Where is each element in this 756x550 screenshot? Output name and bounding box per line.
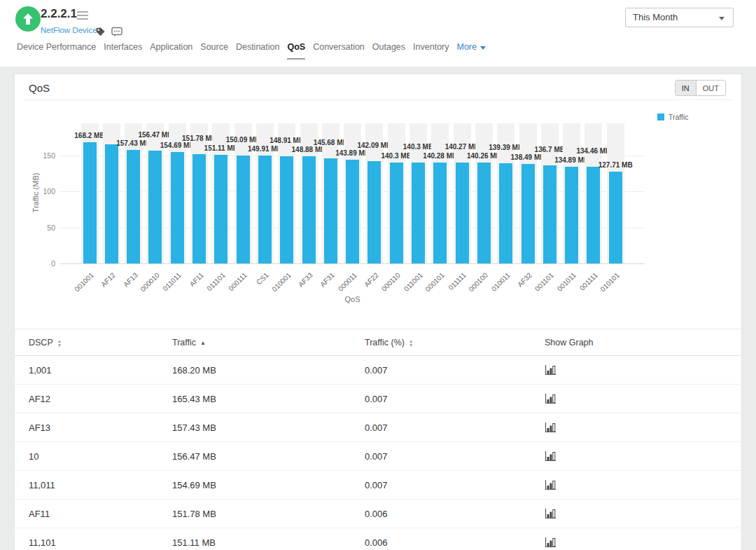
bar-AF33[interactable] — [302, 156, 316, 263]
cell-traffic: 157.43 MB — [172, 413, 216, 442]
table-row: 1,001168.20 MB0.007 — [15, 356, 743, 385]
tab-conversation[interactable]: Conversation — [313, 42, 365, 58]
table-row: AF12165.43 MB0.007 — [15, 385, 743, 413]
show-graph-icon[interactable] — [545, 451, 556, 462]
table-header-row: DSCP▲▼Traffic▲Traffic (%)▲▼Show Graph — [15, 329, 743, 356]
bar-AF11[interactable] — [192, 154, 206, 263]
qos-panel: QoS IN OUT Traffic Traffic (MB) QoS 0501… — [14, 74, 742, 550]
tab-interfaces[interactable]: Interfaces — [104, 42, 142, 58]
show-graph-icon[interactable] — [545, 537, 556, 548]
table-body: 1,001168.20 MB0.007 AF12165.43 MB0.007 A… — [15, 356, 743, 550]
tab-outages[interactable]: Outages — [372, 42, 405, 58]
cell-traffic-pct: 0.007 — [365, 385, 388, 413]
legend-label: Traffic — [668, 113, 689, 121]
bar-011111[interactable] — [456, 163, 469, 263]
bar-011101[interactable] — [214, 155, 227, 263]
table-row: AF13157.43 MB0.007 — [15, 413, 743, 442]
show-graph-icon[interactable] — [545, 422, 556, 433]
tab-device-performance[interactable]: Device Performance — [17, 42, 96, 58]
cell-traffic-pct: 0.007 — [365, 471, 388, 500]
bar-AF32[interactable] — [522, 164, 535, 263]
cell-traffic-pct: 0.007 — [365, 356, 388, 385]
device-type-link[interactable]: NetFlow Device — [41, 26, 97, 34]
chevron-down-icon — [480, 46, 486, 50]
cell-traffic-pct: 0.006 — [365, 500, 388, 528]
cell-dscp: AF13 — [29, 413, 50, 442]
bar-001111[interactable] — [587, 167, 600, 263]
cell-dscp: 11,011 — [29, 471, 55, 500]
bar-001011[interactable] — [565, 167, 578, 263]
bar-value-label: 127.71 MB — [584, 161, 647, 169]
bar-000110[interactable] — [390, 163, 403, 263]
show-graph-icon[interactable] — [545, 480, 556, 490]
y-tick-label: 0 — [27, 259, 55, 268]
show-graph-icon[interactable] — [545, 365, 556, 376]
sort-icon: ▲▼ — [409, 339, 413, 347]
bar-CS1[interactable] — [258, 156, 272, 263]
show-graph-icon[interactable] — [545, 509, 556, 519]
y-tick-label: 150 — [27, 151, 55, 160]
app-header: 2.2.2.1 NetFlow Device This Month Device… — [0, 0, 756, 67]
tab-qos[interactable]: QoS — [287, 42, 305, 60]
cell-dscp: 1,001 — [29, 356, 52, 385]
notes-icon[interactable] — [111, 27, 122, 37]
cell-traffic-pct: 0.007 — [365, 442, 388, 471]
tab-more[interactable]: More — [457, 42, 486, 58]
legend-swatch — [657, 114, 664, 121]
up-arrow-icon — [21, 12, 35, 26]
bar-000011[interactable] — [346, 160, 359, 263]
y-tick-label: 100 — [27, 187, 55, 195]
cell-traffic-pct: 0.006 — [365, 528, 388, 550]
table-row: 10156.47 MB0.007 — [15, 442, 743, 471]
column-header-traffic-[interactable]: Traffic (%)▲▼ — [365, 329, 413, 357]
tab-destination[interactable]: Destination — [236, 42, 280, 58]
cell-dscp: 11,101 — [29, 528, 56, 550]
bar-000100[interactable] — [477, 163, 491, 263]
tag-icon[interactable] — [95, 27, 106, 37]
tab-inventory[interactable]: Inventory — [413, 42, 449, 58]
device-nav-tabs: Device PerformanceInterfacesApplicationS… — [17, 42, 486, 63]
bar-000010[interactable] — [148, 151, 162, 263]
tab-application[interactable]: Application — [150, 42, 192, 58]
bar-000101[interactable] — [433, 163, 447, 263]
legend-item-traffic[interactable]: Traffic — [657, 113, 689, 121]
sort-icon: ▲▼ — [57, 339, 62, 347]
cell-traffic: 156.47 MB — [172, 442, 216, 471]
device-status-icon — [15, 6, 41, 32]
bar-001001[interactable] — [83, 142, 97, 263]
bar-011011[interactable] — [171, 152, 184, 263]
cell-traffic: 154.69 MB — [172, 471, 216, 500]
column-header-show-graph: Show Graph — [545, 329, 593, 357]
bar-000111[interactable] — [237, 156, 250, 263]
show-graph-icon[interactable] — [545, 394, 556, 404]
cell-dscp: AF12 — [29, 385, 50, 413]
bar-AF13[interactable] — [127, 150, 140, 263]
qos-table: DSCP▲▼Traffic▲Traffic (%)▲▼Show Graph 1,… — [15, 329, 743, 550]
period-dropdown[interactable]: This Month — [625, 8, 734, 27]
tab-source[interactable]: Source — [200, 42, 228, 58]
period-dropdown-value: This Month — [633, 12, 678, 22]
column-header-dscp[interactable]: DSCP▲▼ — [29, 329, 62, 357]
menu-icon[interactable] — [77, 11, 88, 22]
cell-dscp: AF11 — [29, 500, 50, 528]
bar-AF31[interactable] — [324, 158, 337, 263]
cell-traffic: 151.78 MB — [172, 500, 216, 528]
bar-AF12[interactable] — [105, 144, 118, 263]
column-header-traffic[interactable]: Traffic▲ — [172, 329, 206, 357]
bar-010011[interactable] — [499, 163, 512, 263]
table-row: AF11151.78 MB0.006 — [15, 500, 743, 528]
bar-010001[interactable] — [280, 156, 293, 263]
device-ip-title: 2.2.2.1 — [41, 7, 77, 21]
cell-traffic-pct: 0.007 — [365, 413, 388, 442]
chevron-down-icon — [719, 17, 724, 20]
cell-traffic: 168.20 MB — [172, 356, 216, 385]
bar-001101[interactable] — [543, 165, 556, 263]
table-row: 11,011154.69 MB0.007 — [15, 471, 743, 500]
bar-AF22[interactable] — [368, 161, 381, 263]
cell-dscp: 10 — [29, 442, 38, 471]
x-axis-line — [60, 263, 645, 264]
y-tick-label: 50 — [27, 224, 55, 232]
bar-010101[interactable] — [609, 172, 622, 263]
bar-011001[interactable] — [412, 163, 425, 263]
table-row: 11,101151.11 MB0.006 — [15, 528, 743, 550]
